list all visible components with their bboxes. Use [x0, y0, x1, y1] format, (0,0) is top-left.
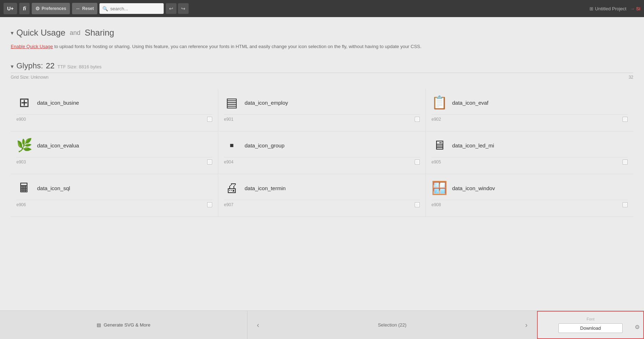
icon-cell[interactable]: 🖥 data_icon_led_mi e905 □ — [426, 131, 633, 174]
icon-glyph: 🌿 — [16, 138, 32, 153]
icon-cell[interactable]: ⊞ data_icon_busine e900 □ — [11, 89, 218, 131]
icon-name: data_icon_evaf — [452, 100, 489, 106]
icon-code: e901 — [224, 117, 234, 122]
icon-name: data_icon_termin — [245, 185, 286, 191]
toolbar: U+ fi ⚙ Preferences ↔ Reset 🔍 ↩ ↪ ⊞ Unti… — [0, 0, 644, 17]
icon-checkbox[interactable]: □ — [623, 160, 628, 165]
generate-icon: ▤ — [97, 322, 101, 328]
icon-top: 🖨 data_icon_termin — [224, 181, 420, 195]
icon-checkbox[interactable]: □ — [623, 117, 628, 122]
undo-icon: ↩ — [169, 6, 173, 11]
download-button[interactable]: Download — [558, 323, 623, 333]
icon-name: data_icon_employ — [245, 100, 288, 106]
selection-label: Selection (22) — [378, 322, 407, 328]
icon-checkbox[interactable]: □ — [623, 202, 628, 207]
icon-name: data_icon_sql — [37, 185, 70, 191]
fi-label: fi — [23, 6, 26, 11]
main-content: ▾ Quick Usage and Sharing Enable Quick U… — [0, 17, 644, 311]
font-label: Font — [587, 317, 594, 321]
icon-top: 🖥 data_icon_led_mi — [431, 138, 628, 153]
glyphs-title: Glyphs: — [16, 61, 43, 71]
sign-in-button[interactable]: → Si — [630, 6, 640, 11]
icon-cell[interactable]: ▤ data_icon_employ e901 □ — [218, 89, 426, 131]
icon-code: e902 — [431, 117, 441, 122]
icon-top: 📋 data_icon_evaf — [431, 95, 628, 110]
icon-cell[interactable]: 📋 data_icon_evaf e902 □ — [426, 89, 633, 131]
reset-icon: ↔ — [76, 6, 81, 11]
icon-cell[interactable]: 🖨 data_icon_termin e907 □ — [218, 174, 426, 217]
sign-in-label: Si — [636, 6, 640, 11]
icon-name: data_icon_busine — [37, 100, 79, 106]
preferences-label: Preferences — [42, 6, 66, 11]
icon-glyph: ▪ — [224, 138, 240, 153]
download-settings-button[interactable]: ⚙ — [635, 324, 640, 330]
icon-top: 🌿 data_icon_evalua — [16, 138, 212, 153]
icon-bottom: e901 □ — [224, 114, 420, 122]
glyphs-count: 22 — [46, 61, 55, 71]
preferences-button[interactable]: ⚙ Preferences — [32, 3, 70, 14]
redo-icon: ↪ — [181, 6, 185, 11]
icon-code: e906 — [16, 202, 26, 207]
next-icon: › — [525, 321, 528, 329]
icon-glyph: 📋 — [431, 95, 447, 110]
u-plus-button[interactable]: U+ — [4, 3, 17, 14]
icon-code: e907 — [224, 202, 234, 207]
icon-top: 🖩 data_icon_sql — [16, 181, 212, 195]
icon-bottom: e902 □ — [431, 114, 628, 122]
icon-cell[interactable]: 🪟 data_icon_windov e908 □ — [426, 174, 633, 217]
next-page-button[interactable]: › — [516, 311, 537, 339]
icon-bottom: e904 □ — [224, 157, 420, 165]
icon-checkbox[interactable]: □ — [207, 117, 212, 122]
quick-usage-chevron[interactable]: ▾ — [11, 30, 14, 36]
icon-name: data_icon_led_mi — [452, 142, 494, 148]
icon-bottom: e903 □ — [16, 157, 212, 165]
icon-checkbox[interactable]: □ — [415, 160, 420, 165]
prev-page-button[interactable]: ‹ — [247, 311, 269, 339]
icon-cell[interactable]: ▪ data_icon_group e904 □ — [218, 131, 426, 174]
glyphs-header: ▾ Glyphs: 22 TTF Size: 8816 bytes — [11, 61, 633, 71]
icon-checkbox[interactable]: □ — [415, 202, 420, 207]
icon-bottom: e906 □ — [16, 200, 212, 207]
icon-top: 🪟 data_icon_windov — [431, 181, 628, 195]
icon-name: data_icon_windov — [452, 185, 495, 191]
project-name: ⊞ Untitled Project — [589, 6, 627, 11]
icon-bottom: e908 □ — [431, 200, 628, 207]
icon-checkbox[interactable]: □ — [207, 160, 212, 165]
bottom-bar: ▤ Generate SVG & More ‹ Selection (22) ›… — [0, 311, 644, 339]
reset-label: Reset — [82, 6, 94, 11]
icon-bottom: e907 □ — [224, 200, 420, 207]
icon-name: data_icon_evalua — [37, 142, 79, 148]
icon-bottom: e900 □ — [16, 114, 212, 122]
icon-grid: ⊞ data_icon_busine e900 □ ▤ data_icon_em… — [11, 89, 633, 217]
icon-top: ▤ data_icon_employ — [224, 95, 420, 110]
quick-usage-description: Enable Quick Usage to upload fonts for h… — [11, 43, 633, 51]
icon-top: ▪ data_icon_group — [224, 138, 420, 153]
enable-quick-usage-link[interactable]: Enable Quick Usage — [11, 44, 53, 49]
fi-button[interactable]: fi — [19, 3, 30, 14]
icon-glyph: 🪟 — [431, 181, 447, 195]
quick-usage-and: and — [70, 29, 80, 37]
glyphs-chevron[interactable]: ▾ — [11, 63, 14, 70]
icon-checkbox[interactable]: □ — [207, 202, 212, 207]
icon-name: data_icon_group — [245, 142, 285, 148]
generate-button[interactable]: ▤ Generate SVG & More — [0, 311, 247, 339]
icon-checkbox[interactable]: □ — [415, 117, 420, 122]
toolbar-right: ⊞ Untitled Project → Si — [589, 6, 640, 11]
quick-usage-header: ▾ Quick Usage and Sharing — [11, 28, 633, 38]
generate-label: Generate SVG & More — [104, 322, 150, 328]
undo-button[interactable]: ↩ — [166, 3, 177, 14]
quick-usage-text: to upload fonts for hosting or sharing. … — [54, 44, 421, 49]
icon-glyph: 🖥 — [431, 138, 447, 153]
reset-button[interactable]: ↔ Reset — [72, 3, 98, 14]
icon-code: e900 — [16, 117, 26, 122]
icon-cell[interactable]: 🌿 data_icon_evalua e903 □ — [11, 131, 218, 174]
icon-code: e908 — [431, 202, 441, 207]
icon-cell[interactable]: 🖩 data_icon_sql e906 □ — [11, 174, 218, 217]
undo-redo-group: ↩ ↪ — [166, 3, 189, 14]
sign-out-icon: → — [630, 6, 635, 11]
glyphs-ttf-size: TTF Size: 8816 bytes — [57, 64, 102, 69]
search-input[interactable] — [110, 6, 160, 11]
redo-button[interactable]: ↪ — [178, 3, 189, 14]
icon-top: ⊞ data_icon_busine — [16, 95, 212, 110]
u-plus-label: U+ — [7, 6, 14, 11]
